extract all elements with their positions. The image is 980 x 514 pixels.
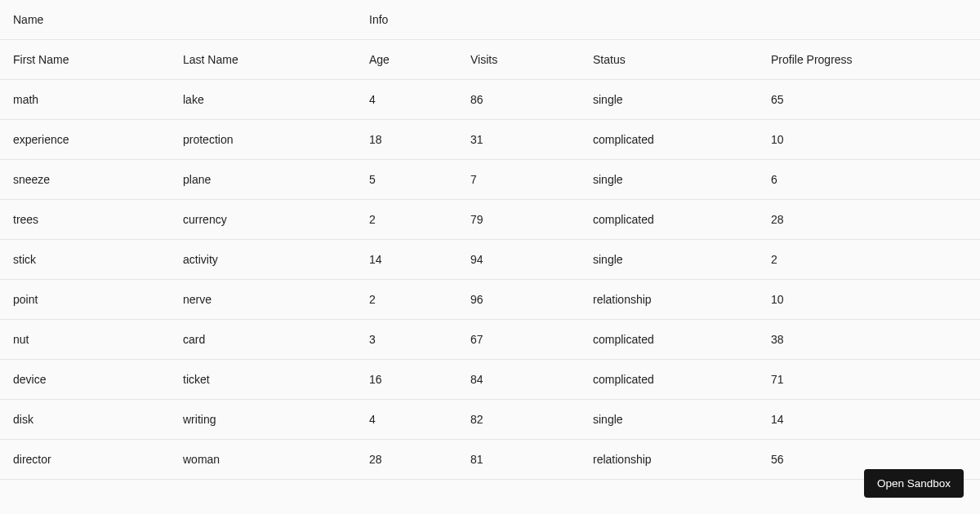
column-header-last-name[interactable]: Last Name: [170, 40, 356, 80]
cell-visits: 96: [457, 280, 580, 320]
cell-status: relationship: [580, 280, 758, 320]
cell-last-name: nerve: [170, 280, 356, 320]
column-header-status[interactable]: Status: [580, 40, 758, 80]
cell-status: single: [580, 160, 758, 200]
cell-first-name: math: [0, 80, 170, 120]
cell-status: single: [580, 400, 758, 440]
cell-age: 4: [356, 80, 457, 120]
cell-age: 18: [356, 120, 457, 160]
cell-visits: 7: [457, 160, 580, 200]
cell-last-name: activity: [170, 240, 356, 280]
cell-last-name: writing: [170, 400, 356, 440]
data-table: Name Info First Name Last Name Age Visit…: [0, 0, 980, 480]
cell-first-name: point: [0, 280, 170, 320]
cell-age: 3: [356, 320, 457, 360]
cell-first-name: stick: [0, 240, 170, 280]
cell-age: 16: [356, 360, 457, 400]
cell-visits: 81: [457, 440, 580, 480]
cell-progress: 2: [758, 240, 980, 280]
cell-last-name: protection: [170, 120, 356, 160]
column-header-visits[interactable]: Visits: [457, 40, 580, 80]
group-header-name[interactable]: Name: [0, 0, 356, 40]
cell-visits: 67: [457, 320, 580, 360]
table-group-header-row: Name Info: [0, 0, 980, 40]
cell-progress: 6: [758, 160, 980, 200]
cell-first-name: director: [0, 440, 170, 480]
cell-status: complicated: [580, 120, 758, 160]
cell-status: relationship: [580, 440, 758, 480]
cell-first-name: nut: [0, 320, 170, 360]
table-row: experience protection 18 31 complicated …: [0, 120, 980, 160]
cell-status: complicated: [580, 320, 758, 360]
cell-first-name: sneeze: [0, 160, 170, 200]
column-header-first-name[interactable]: First Name: [0, 40, 170, 80]
cell-visits: 31: [457, 120, 580, 160]
group-header-info[interactable]: Info: [356, 0, 980, 40]
cell-age: 2: [356, 200, 457, 240]
table-row: sneeze plane 5 7 single 6: [0, 160, 980, 200]
cell-last-name: lake: [170, 80, 356, 120]
cell-visits: 84: [457, 360, 580, 400]
table-row: trees currency 2 79 complicated 28: [0, 200, 980, 240]
cell-visits: 94: [457, 240, 580, 280]
cell-progress: 10: [758, 120, 980, 160]
cell-visits: 86: [457, 80, 580, 120]
table-row: point nerve 2 96 relationship 10: [0, 280, 980, 320]
cell-age: 14: [356, 240, 457, 280]
cell-progress: 28: [758, 200, 980, 240]
cell-first-name: disk: [0, 400, 170, 440]
table-row: math lake 4 86 single 65: [0, 80, 980, 120]
cell-progress: 14: [758, 400, 980, 440]
cell-age: 28: [356, 440, 457, 480]
cell-last-name: currency: [170, 200, 356, 240]
cell-age: 4: [356, 400, 457, 440]
cell-status: single: [580, 240, 758, 280]
cell-visits: 82: [457, 400, 580, 440]
column-header-progress[interactable]: Profile Progress: [758, 40, 980, 80]
cell-visits: 79: [457, 200, 580, 240]
cell-status: complicated: [580, 360, 758, 400]
table-row: nut card 3 67 complicated 38: [0, 320, 980, 360]
open-sandbox-button[interactable]: Open Sandbox: [864, 469, 964, 498]
cell-first-name: experience: [0, 120, 170, 160]
cell-last-name: woman: [170, 440, 356, 480]
cell-progress: 65: [758, 80, 980, 120]
cell-progress: 71: [758, 360, 980, 400]
cell-last-name: plane: [170, 160, 356, 200]
cell-last-name: ticket: [170, 360, 356, 400]
table-row: stick activity 14 94 single 2: [0, 240, 980, 280]
table-row: disk writing 4 82 single 14: [0, 400, 980, 440]
cell-first-name: trees: [0, 200, 170, 240]
cell-progress: 38: [758, 320, 980, 360]
cell-status: single: [580, 80, 758, 120]
column-header-age[interactable]: Age: [356, 40, 457, 80]
cell-last-name: card: [170, 320, 356, 360]
table-row: director woman 28 81 relationship 56: [0, 440, 980, 480]
table-column-header-row: First Name Last Name Age Visits Status P…: [0, 40, 980, 80]
cell-age: 2: [356, 280, 457, 320]
table-body: math lake 4 86 single 65 experience prot…: [0, 80, 980, 480]
cell-status: complicated: [580, 200, 758, 240]
table-row: device ticket 16 84 complicated 71: [0, 360, 980, 400]
cell-age: 5: [356, 160, 457, 200]
cell-first-name: device: [0, 360, 170, 400]
cell-progress: 10: [758, 280, 980, 320]
